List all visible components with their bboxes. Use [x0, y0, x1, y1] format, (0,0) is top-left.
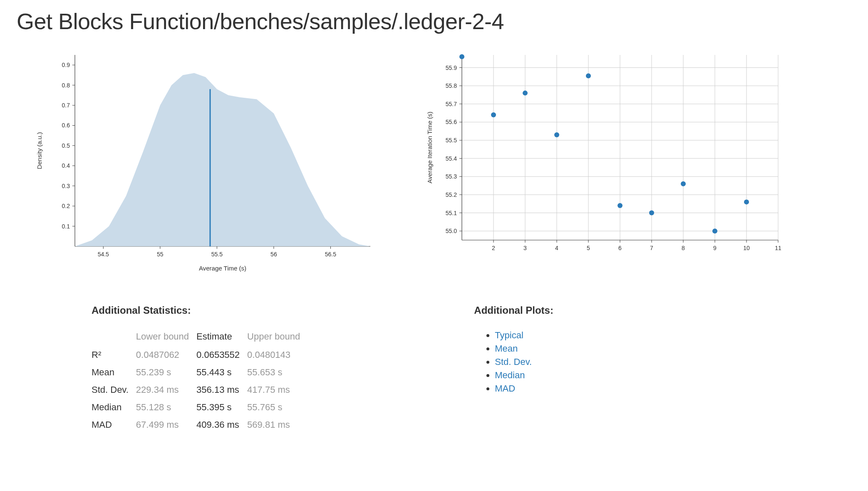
- stat-estimate: 55.443 s: [196, 364, 247, 381]
- svg-text:55.6: 55.6: [446, 119, 457, 125]
- svg-text:0.1: 0.1: [62, 223, 70, 230]
- svg-text:55.9: 55.9: [446, 64, 457, 71]
- svg-text:0.2: 0.2: [62, 203, 70, 209]
- list-item: Median: [495, 369, 553, 382]
- scatter-chart: 55.055.155.255.355.455.555.655.755.855.9…: [420, 51, 786, 259]
- svg-text:9: 9: [713, 245, 717, 251]
- stat-estimate: 409.36 ms: [196, 416, 247, 434]
- svg-point-100: [618, 203, 622, 208]
- svg-text:55.5: 55.5: [211, 251, 223, 258]
- stat-estimate: 0.0653552: [196, 346, 247, 364]
- svg-point-99: [586, 73, 591, 78]
- plots-list: TypicalMeanStd. Dev.MedianMAD: [474, 329, 553, 395]
- svg-text:55.4: 55.4: [446, 155, 457, 162]
- stats-col-lower: Lower bound: [136, 329, 196, 346]
- svg-text:3: 3: [523, 245, 527, 251]
- svg-text:4: 4: [555, 245, 558, 251]
- stat-estimate: 55.395 s: [196, 399, 247, 416]
- stat-lower: 67.499 ms: [136, 416, 196, 434]
- svg-point-101: [649, 211, 654, 216]
- list-item: Mean: [495, 342, 553, 355]
- svg-text:0.8: 0.8: [62, 82, 70, 89]
- stat-label: Std. Dev.: [92, 381, 136, 399]
- svg-text:0.9: 0.9: [62, 62, 70, 68]
- stats-col-empty: [92, 329, 136, 346]
- svg-text:Density (a.u.): Density (a.u.): [36, 132, 43, 169]
- stats-col-upper: Upper bound: [247, 329, 308, 346]
- svg-text:11: 11: [775, 245, 781, 251]
- svg-text:55.1: 55.1: [446, 210, 457, 216]
- svg-text:0.5: 0.5: [62, 142, 70, 149]
- list-item: Std. Dev.: [495, 355, 553, 369]
- svg-text:8: 8: [682, 245, 685, 251]
- svg-text:55.7: 55.7: [446, 101, 457, 107]
- svg-text:7: 7: [650, 245, 653, 251]
- stat-label: R²: [92, 346, 136, 364]
- plot-link[interactable]: Std. Dev.: [495, 357, 532, 367]
- stats-section: Additional Statistics: Lower bound Estim…: [92, 305, 308, 434]
- svg-point-97: [523, 91, 528, 96]
- stat-lower: 55.239 s: [136, 364, 196, 381]
- stats-heading: Additional Statistics:: [92, 305, 308, 316]
- svg-text:0.7: 0.7: [62, 102, 70, 109]
- svg-text:55.3: 55.3: [446, 173, 457, 180]
- page-title: Get Blocks Function/benches/samples/.led…: [17, 8, 851, 34]
- stat-lower: 0.0487062: [136, 346, 196, 364]
- stats-col-estimate: Estimate: [196, 329, 247, 346]
- stats-row: Additional Statistics: Lower bound Estim…: [17, 305, 851, 434]
- svg-point-98: [554, 132, 559, 137]
- stat-upper: 55.653 s: [247, 364, 308, 381]
- svg-point-104: [744, 199, 749, 204]
- svg-text:55: 55: [157, 251, 164, 258]
- svg-text:54.5: 54.5: [98, 251, 109, 258]
- svg-point-103: [712, 228, 717, 233]
- stats-table: Lower bound Estimate Upper bound R²0.048…: [92, 329, 308, 434]
- plot-link[interactable]: MAD: [495, 383, 515, 394]
- table-row: Mean55.239 s55.443 s55.653 s: [92, 364, 308, 381]
- svg-text:55.2: 55.2: [446, 191, 457, 198]
- svg-text:56.5: 56.5: [325, 251, 336, 258]
- stat-upper: 569.81 ms: [247, 416, 308, 434]
- density-chart: 0.10.20.30.40.50.60.70.80.954.55555.5565…: [29, 51, 379, 280]
- stat-estimate: 356.13 ms: [196, 381, 247, 399]
- svg-point-102: [681, 181, 686, 186]
- list-item: MAD: [495, 382, 553, 395]
- list-item: Typical: [495, 329, 553, 342]
- plot-link[interactable]: Typical: [495, 330, 523, 340]
- svg-text:0.4: 0.4: [62, 162, 70, 169]
- svg-text:0.3: 0.3: [62, 183, 70, 189]
- table-row: R²0.04870620.06535520.0480143: [92, 346, 308, 364]
- svg-text:55.0: 55.0: [446, 228, 457, 234]
- table-row: Std. Dev.229.34 ms356.13 ms417.75 ms: [92, 381, 308, 399]
- svg-text:10: 10: [743, 245, 750, 251]
- stat-lower: 55.128 s: [136, 399, 196, 416]
- stat-upper: 417.75 ms: [247, 381, 308, 399]
- svg-point-95: [459, 54, 464, 59]
- stat-label: Median: [92, 399, 136, 416]
- stat-upper: 55.765 s: [247, 399, 308, 416]
- svg-text:55.8: 55.8: [446, 82, 457, 89]
- stat-upper: 0.0480143: [247, 346, 308, 364]
- svg-point-96: [491, 112, 496, 117]
- stat-label: Mean: [92, 364, 136, 381]
- plots-heading: Additional Plots:: [474, 305, 553, 316]
- stat-lower: 229.34 ms: [136, 381, 196, 399]
- table-row: Median55.128 s55.395 s55.765 s: [92, 399, 308, 416]
- stat-label: MAD: [92, 416, 136, 434]
- svg-text:6: 6: [618, 245, 622, 251]
- plots-section: Additional Plots: TypicalMeanStd. Dev.Me…: [474, 305, 553, 434]
- charts-row: 0.10.20.30.40.50.60.70.80.954.55555.5565…: [17, 51, 851, 280]
- svg-text:Average Iteration Time (s): Average Iteration Time (s): [426, 112, 433, 183]
- plot-link[interactable]: Median: [495, 370, 525, 380]
- svg-text:5: 5: [587, 245, 590, 251]
- svg-text:2: 2: [492, 245, 495, 251]
- svg-text:Average Time (s): Average Time (s): [199, 265, 246, 272]
- svg-text:56: 56: [270, 251, 277, 258]
- table-row: MAD67.499 ms409.36 ms569.81 ms: [92, 416, 308, 434]
- svg-text:0.6: 0.6: [62, 122, 70, 129]
- svg-text:55.5: 55.5: [446, 137, 457, 144]
- plot-link[interactable]: Mean: [495, 343, 518, 354]
